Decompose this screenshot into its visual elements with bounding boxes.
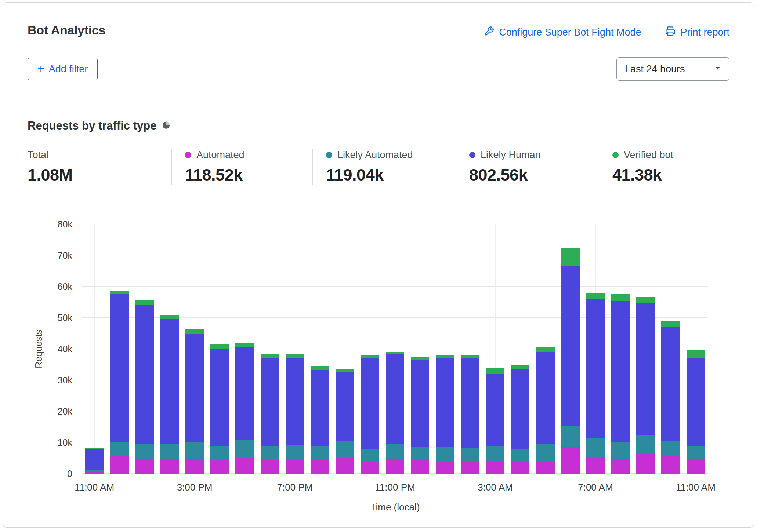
stat-verified-bot[interactable]: Verified bot 41.38k (599, 149, 729, 185)
stacked-bar-11-00-am[interactable] (687, 224, 705, 474)
bar-segment-likely-human (336, 372, 354, 441)
bar-segment-likely-human (511, 369, 529, 449)
stacked-bar-5-00-am[interactable] (536, 224, 554, 474)
bar-segment-verified-bot (135, 300, 153, 305)
print-report-link[interactable]: Print report (665, 26, 729, 39)
header-links: Configure Super Bot Fight Mode Print rep… (484, 23, 729, 39)
bar-segment-automated (261, 460, 279, 474)
bar-segment-automated (235, 458, 254, 474)
bar-segment-likely-human (411, 360, 429, 447)
bar-segment-likely-automated (536, 444, 554, 462)
bar-segment-likely-automated (235, 440, 254, 458)
bar-segment-verified-bot (185, 329, 204, 334)
bar-slot (432, 224, 457, 474)
likely-automated-dot-icon (326, 152, 332, 158)
bar-segment-likely-automated (461, 448, 479, 461)
add-filter-button[interactable]: + Add filter (28, 58, 98, 80)
stacked-bar-4-00-pm[interactable] (210, 224, 229, 474)
likely-human-dot-icon (469, 152, 475, 158)
stat-automated[interactable]: Automated 118.52k (171, 149, 312, 185)
bar-segment-likely-automated (436, 447, 454, 463)
stat-likely-human-value: 802.56k (469, 165, 599, 185)
stacked-bar-9-00-pm[interactable] (336, 224, 354, 474)
stacked-bar-6-00-pm[interactable] (261, 224, 279, 474)
bar-segment-verified-bot (486, 368, 504, 374)
bar-segment-likely-human (361, 358, 379, 449)
bar-segment-likely-human (235, 347, 254, 440)
bar-segment-verified-bot (361, 355, 379, 358)
stacked-bar-10-00-pm[interactable] (361, 224, 379, 474)
bar-slot (383, 224, 408, 474)
bar-segment-automated (586, 457, 605, 474)
bar-segment-likely-human (386, 354, 404, 443)
bars (82, 224, 708, 474)
stat-likely-human[interactable]: Likely Human 802.56k (456, 149, 599, 185)
bar-slot (282, 224, 307, 474)
stacked-bar-11-00-pm[interactable] (386, 224, 404, 474)
stat-verified-bot-value: 41.38k (612, 165, 729, 185)
bar-slot (232, 224, 257, 474)
y-tick-label: 60k (58, 281, 72, 292)
bar-segment-likely-automated (210, 446, 229, 460)
stacked-bar-11-00-am[interactable] (85, 224, 104, 474)
bar-slot (508, 224, 533, 474)
stacked-bar-3-00-am[interactable] (486, 224, 504, 474)
requests-by-traffic-type-section: Requests by traffic type Total 1.08M Aut… (3, 99, 754, 516)
stacked-bar-12-00-pm[interactable] (110, 224, 128, 474)
configure-super-bot-fight-mode-link[interactable]: Configure Super Bot Fight Mode (484, 26, 641, 39)
stacked-bar-1-00-am[interactable] (436, 224, 454, 474)
bar-segment-likely-automated (110, 442, 128, 456)
bar-segment-likely-automated (636, 435, 655, 453)
bar-segment-verified-bot (386, 352, 404, 355)
bar-slot (533, 224, 558, 474)
bar-segment-likely-human (286, 358, 304, 445)
bar-slot (483, 224, 508, 474)
bar-segment-verified-bot (261, 354, 279, 358)
bar-segment-likely-human (461, 358, 479, 448)
stacked-bar-10-00-am[interactable] (661, 224, 680, 474)
configure-link-label: Configure Super Bot Fight Mode (499, 27, 641, 38)
bar-segment-likely-human (160, 319, 179, 444)
bar-segment-verified-bot (586, 293, 605, 299)
section-heading: Requests by traffic type (28, 119, 156, 132)
bar-slot (307, 224, 332, 474)
bar-segment-automated (436, 462, 454, 474)
bar-segment-automated (311, 460, 329, 474)
bar-slot (82, 224, 107, 474)
time-range-select[interactable]: Last 24 hours (616, 57, 729, 81)
stacked-bar-8-00-am[interactable] (611, 224, 630, 474)
bar-segment-likely-automated (611, 442, 630, 459)
bar-segment-likely-human (586, 299, 605, 438)
bar-segment-likely-automated (311, 446, 329, 460)
stat-likely-automated[interactable]: Likely Automated 119.04k (312, 149, 456, 185)
stacked-bar-1-00-pm[interactable] (135, 224, 153, 474)
stacked-bar-9-00-am[interactable] (636, 224, 655, 474)
bar-segment-automated (461, 461, 479, 474)
bar-segment-automated (687, 459, 705, 474)
bar-segment-automated (511, 462, 529, 474)
stacked-bar-8-00-pm[interactable] (311, 224, 329, 474)
stacked-bar-4-00-am[interactable] (511, 224, 529, 474)
bar-segment-automated (561, 447, 579, 474)
x-tick-label: 7:00 PM (277, 482, 313, 493)
stacked-bar-2-00-pm[interactable] (160, 224, 179, 474)
bar-segment-automated (110, 456, 128, 474)
bar-segment-likely-automated (586, 438, 605, 457)
bar-segment-automated (411, 460, 429, 474)
bar-segment-automated (185, 459, 204, 474)
bar-segment-automated (135, 459, 153, 474)
stat-total: Total 1.08M (28, 149, 171, 185)
stacked-bar-12-00-am[interactable] (411, 224, 429, 474)
stacked-bar-7-00-am[interactable] (586, 224, 605, 474)
stacked-bar-3-00-pm[interactable] (185, 224, 204, 474)
x-axis-title: Time (local) (82, 502, 708, 513)
stacked-bar-7-00-pm[interactable] (286, 224, 304, 474)
pie-chart-icon (162, 121, 170, 131)
y-tick-label: 50k (58, 313, 72, 323)
bar-segment-verified-bot (461, 355, 479, 358)
stacked-bar-6-00-am[interactable] (561, 224, 579, 474)
stacked-bar-2-00-am[interactable] (461, 224, 479, 474)
stacked-bar-5-00-pm[interactable] (235, 224, 254, 474)
bar-segment-likely-automated (135, 444, 153, 459)
bar-segment-likely-automated (261, 446, 279, 461)
